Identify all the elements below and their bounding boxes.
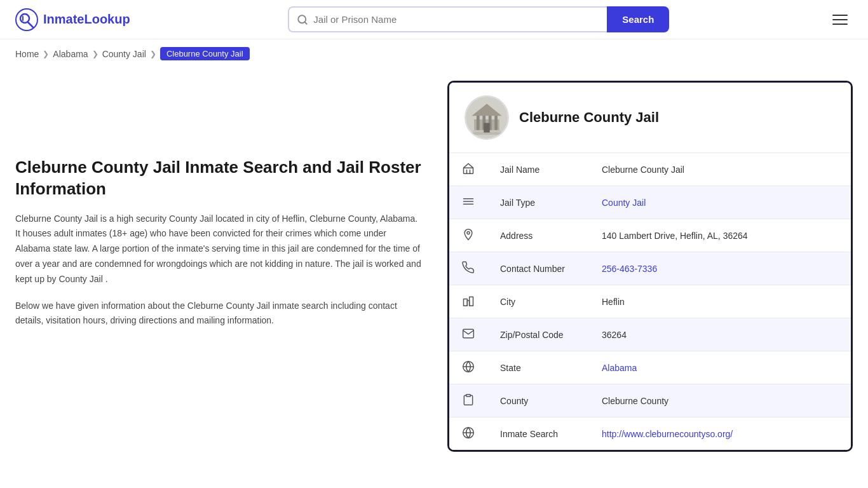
- row-value[interactable]: 256-463-7336: [589, 252, 851, 285]
- row-value: Cleburne County: [589, 384, 851, 417]
- breadcrumb-state[interactable]: Alabama: [53, 49, 88, 59]
- svg-rect-14: [471, 133, 501, 135]
- row-icon: [449, 417, 487, 451]
- breadcrumb-home[interactable]: Home: [15, 49, 39, 59]
- hamburger-line-3: [832, 24, 848, 25]
- search-area: Search: [288, 6, 669, 32]
- info-card-title: Cleburne County Jail: [519, 109, 659, 126]
- breadcrumb-chevron-3: ❯: [150, 50, 156, 58]
- search-button[interactable]: Search: [607, 6, 669, 32]
- page-description-2: Below we have given information about th…: [15, 299, 422, 329]
- row-label: County: [487, 384, 589, 417]
- svg-point-22: [467, 231, 470, 234]
- info-card-header: Cleburne County Jail: [449, 83, 851, 152]
- info-link[interactable]: http://www.cleburnecountyso.org/: [602, 429, 733, 439]
- hamburger-line-1: [832, 15, 848, 16]
- right-panel: Cleburne County Jail Jail Name Cleburne …: [447, 81, 853, 452]
- table-row: City Heflin: [449, 285, 851, 318]
- row-label: City: [487, 285, 589, 318]
- table-row: Jail Type County Jail: [449, 186, 851, 219]
- search-input[interactable]: [313, 8, 599, 31]
- table-row: County Cleburne County: [449, 384, 851, 417]
- page-title: Cleburne County Jail Inmate Search and J…: [15, 157, 422, 200]
- row-icon: [449, 219, 487, 252]
- jail-building-icon: [466, 95, 508, 140]
- search-icon: [297, 14, 308, 25]
- breadcrumb-chevron-2: ❯: [92, 50, 98, 58]
- svg-rect-27: [466, 395, 471, 396]
- breadcrumb-current: Cleburne County Jail: [160, 47, 250, 60]
- info-link[interactable]: County Jail: [602, 198, 646, 208]
- table-row: Address 140 Lambert Drive, Heflin, AL, 3…: [449, 219, 851, 252]
- row-value[interactable]: http://www.cleburnecountyso.org/: [589, 417, 851, 451]
- row-icon: [449, 186, 487, 219]
- row-value: Cleburne County Jail: [589, 153, 851, 186]
- info-table: Jail Name Cleburne County Jail Jail Type…: [449, 152, 851, 450]
- table-row: Zip/Postal Code 36264: [449, 318, 851, 351]
- table-row: State Alabama: [449, 351, 851, 384]
- info-link[interactable]: Alabama: [602, 363, 637, 373]
- info-link[interactable]: 256-463-7336: [602, 264, 657, 274]
- info-card: Cleburne County Jail Jail Name Cleburne …: [447, 81, 853, 452]
- svg-rect-16: [464, 168, 473, 173]
- row-icon: [449, 153, 487, 186]
- row-icon: [449, 318, 487, 351]
- row-label: State: [487, 351, 589, 384]
- header: InmateLookup Search: [0, 0, 868, 39]
- svg-rect-24: [470, 297, 473, 306]
- row-value: Heflin: [589, 285, 851, 318]
- hamburger-line-2: [832, 19, 848, 20]
- row-value: 140 Lambert Drive, Heflin, AL, 36264: [589, 219, 851, 252]
- hamburger-menu[interactable]: [827, 10, 853, 30]
- row-icon: [449, 285, 487, 318]
- jail-avatar: [465, 95, 509, 140]
- left-panel: Cleburne County Jail Inmate Search and J…: [15, 81, 422, 452]
- search-input-wrapper: [288, 6, 607, 32]
- logo-text: InmateLookup: [43, 12, 130, 27]
- table-row: Contact Number 256-463-7336: [449, 252, 851, 285]
- row-label: Zip/Postal Code: [487, 318, 589, 351]
- main-content: Cleburne County Jail Inmate Search and J…: [0, 68, 868, 477]
- logo-icon: [15, 8, 38, 31]
- svg-rect-15: [484, 123, 489, 132]
- row-value: 36264: [589, 318, 851, 351]
- svg-rect-11: [494, 114, 498, 132]
- page-description-1: Cleburne County Jail is a high security …: [15, 212, 422, 287]
- svg-rect-23: [464, 299, 468, 306]
- svg-point-0: [16, 9, 37, 30]
- row-label: Jail Type: [487, 186, 589, 219]
- breadcrumb-type[interactable]: County Jail: [102, 49, 146, 59]
- row-label: Address: [487, 219, 589, 252]
- row-icon: [449, 252, 487, 285]
- row-label: Inmate Search: [487, 417, 589, 451]
- breadcrumb: Home ❯ Alabama ❯ County Jail ❯ Cleburne …: [0, 39, 868, 68]
- row-value[interactable]: Alabama: [589, 351, 851, 384]
- table-row: Inmate Search http://www.cleburnecountys…: [449, 417, 851, 451]
- table-row: Jail Name Cleburne County Jail: [449, 153, 851, 186]
- row-label: Jail Name: [487, 153, 589, 186]
- row-icon: [449, 384, 487, 417]
- logo[interactable]: InmateLookup: [15, 8, 130, 31]
- row-icon: [449, 351, 487, 384]
- breadcrumb-chevron-1: ❯: [43, 50, 49, 58]
- row-value[interactable]: County Jail: [589, 186, 851, 219]
- svg-rect-8: [477, 114, 480, 132]
- row-label: Contact Number: [487, 252, 589, 285]
- svg-line-5: [305, 22, 307, 24]
